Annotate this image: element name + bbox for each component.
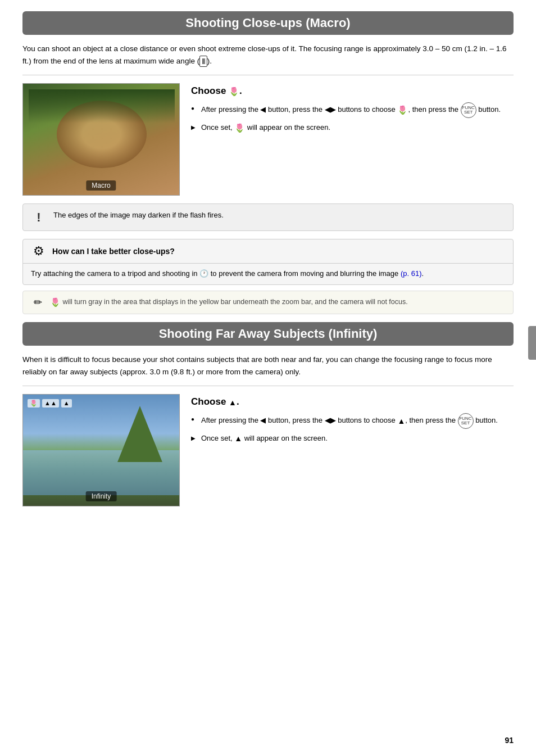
func-set-button: FUNCSET <box>461 102 476 118</box>
notice-icon: ! <box>31 210 47 225</box>
mountain-icon-inline2: ▲ <box>234 432 242 445</box>
section2-divider <box>22 386 514 386</box>
macro-icon-inline: 🌷 <box>397 103 408 117</box>
mountain-icon: ▲ <box>229 398 237 407</box>
section1-divider <box>22 75 514 75</box>
mountain-icon-inline: ▲ <box>397 415 405 427</box>
page-number: 91 <box>505 736 514 745</box>
infinity-image-icons: 🌷 ▲▲ ▲ <box>28 399 72 408</box>
section2-bullet-list: After pressing the ◀ button, press the ◀… <box>191 413 514 445</box>
section1: Shooting Close-ups (Macro) You can shoot… <box>22 11 514 314</box>
infinity-image: 🌷 ▲▲ ▲ Infinity <box>22 394 180 506</box>
sidebar-tab <box>528 326 536 360</box>
section1-step-heading: Choose 🌷. <box>191 85 514 97</box>
wide-angle-symbol: ||| <box>199 56 207 67</box>
section2-step-row: 🌷 ▲▲ ▲ Infinity Choose ▲. After pressing… <box>22 394 514 506</box>
section2-intro: When it is difficult to focus because yo… <box>22 354 514 378</box>
macro-icon-note: 🌷 <box>50 296 61 309</box>
note-text: 🌷 will turn gray in the area that displa… <box>50 296 408 309</box>
section2-bullet-2: Once set, ▲ will appear on the screen. <box>191 432 514 445</box>
qa-link[interactable]: (p. 61) <box>401 269 422 278</box>
infinity-icon-2: ▲▲ <box>42 399 59 408</box>
qa-body: Try attaching the camera to a tripod and… <box>23 264 513 284</box>
qa-title: How can I take better close-ups? <box>52 247 175 256</box>
infinity-icon-3: ▲ <box>61 399 72 408</box>
section1-intro: You can shoot an object at a close dista… <box>22 43 514 67</box>
section1-step-row: Macro Choose 🌷. After pressing the ◀ but… <box>22 83 514 196</box>
section1-step-content: Choose 🌷. After pressing the ◀ button, p… <box>191 83 514 196</box>
notice-text: The edges of the image may darken if the… <box>53 210 224 221</box>
notice-box: ! The edges of the image may darken if t… <box>22 203 514 231</box>
func-set-button2: FUNCSET <box>458 413 474 429</box>
note-box: ✏ 🌷 will turn gray in the area that disp… <box>22 291 514 314</box>
infinity-image-label: Infinity <box>86 491 117 501</box>
section1-bullet-2: Once set, 🌷 will appear on the screen. <box>191 121 514 135</box>
section2: Shooting Far Away Subjects (Infinity) Wh… <box>22 322 514 506</box>
section2-step-heading: Choose ▲. <box>191 396 514 408</box>
macro-image-label: Macro <box>86 180 116 191</box>
qa-box: ⚙ How can I take better close-ups? Try a… <box>22 239 514 285</box>
section1-bullet-list: After pressing the ◀ button, press the ◀… <box>191 102 514 135</box>
pencil-icon: ✏ <box>31 296 44 309</box>
section2-bullet-1: After pressing the ◀ button, press the ◀… <box>191 413 514 429</box>
qa-icon: ⚙ <box>31 244 47 259</box>
section2-step-content: Choose ▲. After pressing the ◀ button, p… <box>191 394 514 506</box>
infinity-icon-1: 🌷 <box>28 399 40 408</box>
section1-title: Shooting Close-ups (Macro) <box>22 11 514 35</box>
macro-image: Macro <box>22 83 180 196</box>
section2-title: Shooting Far Away Subjects (Infinity) <box>22 322 514 346</box>
qa-header: ⚙ How can I take better close-ups? <box>23 239 513 264</box>
macro-icon-inline2: 🌷 <box>234 121 245 135</box>
macro-icon: 🌷 <box>229 87 239 97</box>
section1-bullet-1: After pressing the ◀ button, press the ◀… <box>191 102 514 118</box>
